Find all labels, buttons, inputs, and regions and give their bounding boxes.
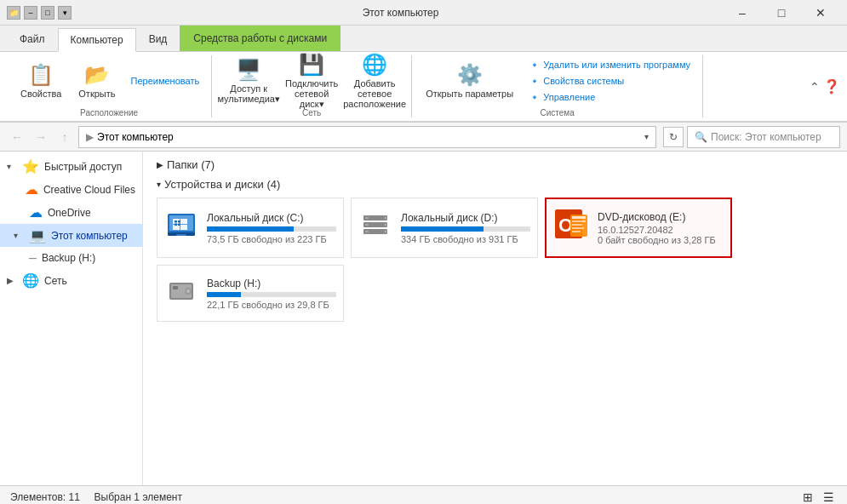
search-placeholder: Поиск: Этот компьютер: [711, 131, 821, 143]
location-group-label: Расположение: [14, 106, 204, 117]
svg-point-18: [385, 217, 387, 220]
quick-access-btn2[interactable]: □: [41, 6, 54, 20]
address-chevron[interactable]: ▾: [644, 132, 649, 141]
properties-button[interactable]: 📋 Свойства: [14, 55, 68, 106]
maximize-button[interactable]: □: [762, 0, 801, 26]
quick-access-btn3[interactable]: ▾: [58, 6, 72, 20]
svg-rect-7: [180, 225, 187, 230]
help-icon[interactable]: ❓: [823, 78, 840, 94]
star-icon: ⭐: [22, 158, 39, 175]
drive-d-name: Локальный диск (D:): [401, 212, 530, 224]
tab-computer[interactable]: Компьютер: [58, 28, 136, 52]
onedrive-icon: ☁: [29, 204, 43, 220]
sidebar-item-onedrive[interactable]: ☁ OneDrive: [0, 201, 142, 224]
drive-d-icon: [358, 207, 392, 249]
large-icons-view-button[interactable]: ⊞: [799, 489, 816, 505]
ribbon-group-system: ⚙️ Открыть параметры 🔹 Удалить или измен…: [412, 55, 703, 117]
settings-label: Открыть параметры: [426, 89, 513, 99]
status-view-controls: ⊞ ☰: [799, 489, 837, 505]
sidebar-item-creative-cloud[interactable]: ☁ Creative Cloud Files: [0, 178, 142, 201]
drive-d[interactable]: Локальный диск (D:) 334 ГБ свободно из 9…: [351, 198, 538, 258]
item-count: Элементов: 11: [10, 491, 80, 503]
tab-manage[interactable]: Средства работы с дисками: [180, 26, 341, 51]
network-icon: 🌐: [22, 272, 39, 289]
sidebar-item-backup[interactable]: – Backup (H:): [0, 247, 142, 269]
address-separator: ▶: [86, 131, 94, 143]
tab-file[interactable]: Файл: [7, 27, 58, 51]
svg-rect-26: [572, 224, 582, 226]
drive-h-bar-container: [207, 292, 336, 297]
close-button[interactable]: ✕: [801, 0, 840, 26]
drive-c-info: Локальный диск (C:) 73,5 ГБ свободно из …: [207, 212, 336, 244]
svg-rect-10: [175, 224, 177, 226]
settings-icon: ⚙️: [457, 63, 483, 87]
minimize-button[interactable]: –: [723, 0, 762, 26]
ribbon-group-network-items: 🖥️ Доступ к мультимедиа▾ 💾 Подключить се…: [219, 55, 404, 106]
open-icon: 📂: [84, 63, 110, 87]
media-label: Доступ к мультимедиа▾: [217, 83, 280, 105]
title-bar-controls: 📁 – □ ▾: [7, 6, 72, 20]
folders-section-title[interactable]: ▶ Папки (7): [157, 158, 833, 171]
list-view-button[interactable]: ☰: [820, 489, 837, 505]
sidebar-item-network[interactable]: ▶ 🌐 Сеть: [0, 269, 142, 292]
netloc-button[interactable]: 🌐 Добавить сетевое расположение: [345, 55, 404, 106]
drive-e[interactable]: O DVD-дисковод (E:) 16.0.12527.20482: [545, 198, 732, 258]
back-button[interactable]: ←: [7, 127, 27, 147]
netdisk-button[interactable]: 💾 Подключить сетевой диск▾: [282, 55, 341, 106]
forward-button[interactable]: →: [31, 127, 51, 147]
quick-access-btn[interactable]: –: [24, 6, 37, 20]
svg-point-19: [385, 224, 387, 226]
title-bar-icon: 📁: [7, 6, 20, 20]
creative-cloud-label: Creative Cloud Files: [43, 184, 135, 196]
expand-icon-net: ▶: [7, 276, 17, 285]
media-button[interactable]: 🖥️ Доступ к мультимедиа▾: [219, 55, 278, 106]
svg-rect-25: [572, 220, 586, 222]
sidebar-item-this-pc[interactable]: ▾ 💻 Этот компьютер: [0, 224, 142, 247]
svg-rect-9: [178, 220, 180, 223]
up-button[interactable]: ↑: [54, 127, 75, 147]
title-bar: 📁 – □ ▾ Этот компьютер – □ ✕: [0, 0, 847, 26]
folders-toggle-icon[interactable]: ▶: [157, 160, 163, 169]
drive-e-version: 16.0.12527.20482: [598, 225, 724, 235]
uninstall-button[interactable]: 🔹 Удалить или изменить программу: [524, 58, 695, 72]
sysprops-button[interactable]: 🔹 Свойства системы: [524, 74, 695, 89]
address-path[interactable]: ▶ Этот компьютер ▾: [78, 126, 656, 148]
sidebar-item-quick-access[interactable]: ▾ ⭐ Быстрый доступ: [0, 155, 142, 178]
drive-c-bar: [207, 226, 294, 232]
drive-h-info: Backup (H:) 22,1 ГБ свободно из 29,8 ГБ: [207, 278, 336, 310]
devices-section-title[interactable]: ▾ Устройства и диски (4): [157, 178, 833, 191]
address-bar: ← → ↑ ▶ Этот компьютер ▾ ↻ 🔍 Поиск: Этот…: [0, 123, 847, 152]
drive-e-icon: O: [553, 206, 589, 249]
expand-icon: ▾: [7, 162, 17, 171]
drive-h-icon: [164, 272, 198, 314]
content-area: ▶ Папки (7) ▾ Устройства и диски (4): [143, 152, 847, 485]
svg-rect-28: [572, 231, 581, 232]
devices-toggle-icon[interactable]: ▾: [157, 180, 161, 189]
svg-rect-15: [365, 217, 369, 219]
svg-rect-11: [178, 224, 180, 226]
drive-e-info: DVD-дисковод (E:) 16.0.12527.20482 0 бай…: [598, 211, 724, 245]
svg-rect-27: [572, 227, 584, 229]
refresh-button[interactable]: ↻: [663, 127, 684, 147]
drive-c[interactable]: Локальный диск (C:) 73,5 ГБ свободно из …: [157, 198, 344, 258]
settings-button[interactable]: ⚙️ Открыть параметры: [419, 55, 520, 106]
ribbon: 📋 Свойства 📂 Открыть Переименовать Распо…: [0, 52, 847, 123]
chevron-up-icon[interactable]: ⌃: [810, 80, 820, 94]
open-label: Открыть: [78, 89, 115, 99]
open-button[interactable]: 📂 Открыть: [72, 55, 122, 106]
backup-drive-icon: –: [29, 250, 37, 266]
cloud-icon: ☁: [25, 181, 38, 198]
tab-view[interactable]: Вид: [136, 27, 180, 51]
manage-button[interactable]: 🔹 Управление: [524, 90, 695, 105]
svg-rect-8: [175, 220, 177, 223]
drive-h[interactable]: Backup (H:) 22,1 ГБ свободно из 29,8 ГБ: [157, 265, 344, 322]
network-group-label: Сеть: [219, 106, 404, 117]
selected-count: Выбран 1 элемент: [94, 491, 182, 503]
rename-button[interactable]: Переименовать: [126, 74, 205, 88]
search-box[interactable]: 🔍 Поиск: Этот компьютер: [687, 126, 840, 148]
svg-rect-3: [176, 234, 186, 236]
drive-d-info: Локальный диск (D:) 334 ГБ свободно из 9…: [401, 212, 530, 244]
devices-title-text: Устройства и диски (4): [164, 178, 280, 191]
sidebar: ▾ ⭐ Быстрый доступ ☁ Creative Cloud File…: [0, 152, 143, 485]
netloc-label: Добавить сетевое расположение: [343, 78, 406, 109]
